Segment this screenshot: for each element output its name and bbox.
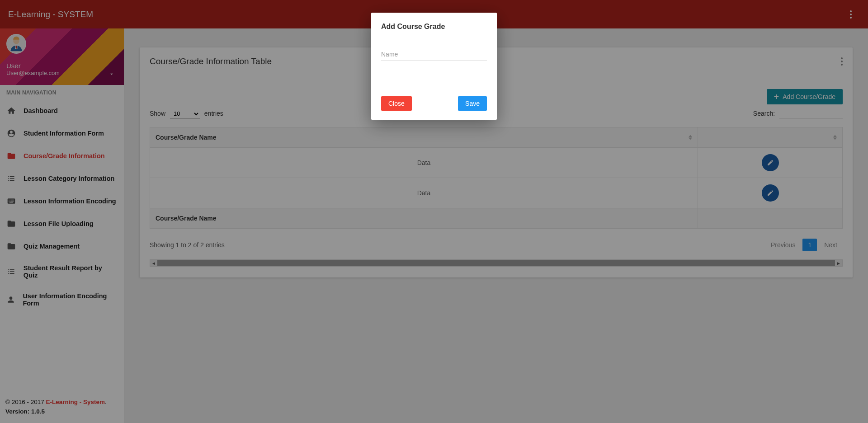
close-button[interactable]: Close xyxy=(381,96,412,111)
modal-title: Add Course Grade xyxy=(381,23,487,31)
course-grade-name-input[interactable] xyxy=(381,48,487,61)
save-button[interactable]: Save xyxy=(458,96,487,111)
add-course-grade-modal: Add Course Grade Close Save xyxy=(371,13,497,120)
